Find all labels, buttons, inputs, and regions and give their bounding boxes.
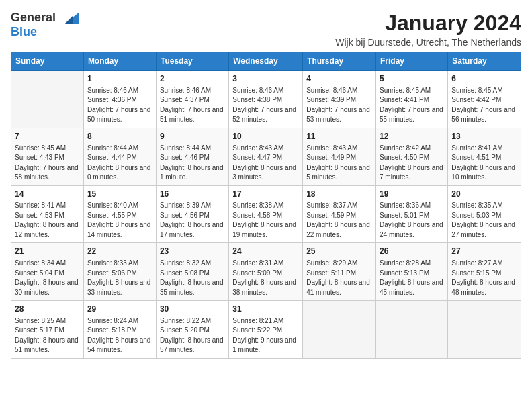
day-cell: 19Sunrise: 8:36 AMSunset: 5:01 PMDayligh… (376, 185, 448, 243)
day-info: Sunrise: 8:41 AMSunset: 4:53 PMDaylight:… (15, 201, 80, 240)
logo-general: General (11, 11, 56, 25)
day-info: Sunrise: 8:45 AMSunset: 4:42 PMDaylight:… (451, 86, 517, 125)
day-cell: 6Sunrise: 8:45 AMSunset: 4:42 PMDaylight… (448, 71, 521, 128)
day-cell: 4Sunrise: 8:46 AMSunset: 4:39 PMDaylight… (303, 71, 376, 128)
day-cell: 1Sunrise: 8:46 AMSunset: 4:36 PMDaylight… (83, 71, 156, 128)
day-number: 1 (87, 73, 152, 85)
day-info: Sunrise: 8:34 AMSunset: 5:04 PMDaylight:… (15, 259, 80, 298)
day-cell: 5Sunrise: 8:45 AMSunset: 4:41 PMDaylight… (376, 71, 448, 128)
day-cell: 8Sunrise: 8:44 AMSunset: 4:44 PMDaylight… (83, 128, 156, 185)
day-info: Sunrise: 8:38 AMSunset: 4:58 PMDaylight:… (232, 201, 299, 240)
day-info: Sunrise: 8:36 AMSunset: 5:01 PMDaylight:… (380, 201, 444, 240)
day-number: 22 (87, 246, 152, 257)
week-row-2: 7Sunrise: 8:45 AMSunset: 4:43 PMDaylight… (11, 128, 521, 185)
day-number: 6 (451, 73, 517, 85)
day-number: 3 (232, 73, 299, 85)
day-cell (303, 301, 376, 359)
day-number: 9 (160, 131, 225, 142)
day-cell: 14Sunrise: 8:41 AMSunset: 4:53 PMDayligh… (11, 185, 84, 243)
day-info: Sunrise: 8:46 AMSunset: 4:39 PMDaylight:… (306, 86, 372, 125)
day-info: Sunrise: 8:27 AMSunset: 5:15 PMDaylight:… (451, 259, 517, 298)
title-area: January 2024 Wijk bij Duurstede, Utrecht… (335, 11, 521, 48)
calendar-title: January 2024 (335, 11, 521, 36)
day-number: 4 (306, 73, 372, 85)
day-number: 23 (160, 246, 225, 257)
day-cell: 22Sunrise: 8:33 AMSunset: 5:06 PMDayligh… (83, 243, 156, 301)
day-cell: 20Sunrise: 8:35 AMSunset: 5:03 PMDayligh… (448, 185, 521, 243)
day-cell: 29Sunrise: 8:24 AMSunset: 5:18 PMDayligh… (83, 301, 156, 359)
header-friday: Friday (376, 52, 448, 71)
day-number: 12 (380, 131, 444, 142)
day-info: Sunrise: 8:46 AMSunset: 4:36 PMDaylight:… (87, 86, 152, 125)
header-saturday: Saturday (448, 52, 521, 71)
day-number: 13 (451, 131, 517, 142)
day-info: Sunrise: 8:44 AMSunset: 4:44 PMDaylight:… (87, 144, 152, 183)
day-cell: 15Sunrise: 8:40 AMSunset: 4:55 PMDayligh… (83, 185, 156, 243)
day-number: 21 (15, 246, 80, 257)
day-cell: 27Sunrise: 8:27 AMSunset: 5:15 PMDayligh… (448, 243, 521, 301)
day-info: Sunrise: 8:35 AMSunset: 5:03 PMDaylight:… (451, 201, 517, 240)
day-cell: 12Sunrise: 8:42 AMSunset: 4:50 PMDayligh… (376, 128, 448, 185)
day-cell: 24Sunrise: 8:31 AMSunset: 5:09 PMDayligh… (229, 243, 303, 301)
day-number: 26 (380, 246, 444, 257)
day-cell: 13Sunrise: 8:41 AMSunset: 4:51 PMDayligh… (448, 128, 521, 185)
day-header-row: SundayMondayTuesdayWednesdayThursdayFrid… (11, 52, 521, 71)
day-info: Sunrise: 8:44 AMSunset: 4:46 PMDaylight:… (160, 144, 225, 183)
svg-marker-1 (65, 15, 73, 24)
week-row-4: 21Sunrise: 8:34 AMSunset: 5:04 PMDayligh… (11, 243, 521, 301)
day-cell: 3Sunrise: 8:46 AMSunset: 4:38 PMDaylight… (229, 71, 303, 128)
day-info: Sunrise: 8:21 AMSunset: 5:22 PMDaylight:… (232, 316, 299, 355)
day-cell: 21Sunrise: 8:34 AMSunset: 5:04 PMDayligh… (11, 243, 84, 301)
day-number: 14 (15, 189, 80, 200)
day-number: 19 (380, 189, 444, 200)
day-number: 7 (15, 131, 80, 142)
day-cell: 7Sunrise: 8:45 AMSunset: 4:43 PMDaylight… (11, 128, 84, 185)
day-number: 10 (232, 131, 299, 142)
header-sunday: Sunday (11, 52, 84, 71)
header-monday: Monday (83, 52, 156, 71)
day-info: Sunrise: 8:33 AMSunset: 5:06 PMDaylight:… (87, 259, 152, 298)
week-row-1: 1Sunrise: 8:46 AMSunset: 4:36 PMDaylight… (11, 71, 521, 128)
day-cell: 18Sunrise: 8:37 AMSunset: 4:59 PMDayligh… (303, 185, 376, 243)
header-thursday: Thursday (303, 52, 376, 71)
day-number: 30 (160, 304, 225, 315)
day-cell: 9Sunrise: 8:44 AMSunset: 4:46 PMDaylight… (156, 128, 228, 185)
day-cell: 16Sunrise: 8:39 AMSunset: 4:56 PMDayligh… (156, 185, 228, 243)
day-info: Sunrise: 8:41 AMSunset: 4:51 PMDaylight:… (451, 144, 517, 183)
day-number: 2 (160, 73, 225, 85)
day-cell: 31Sunrise: 8:21 AMSunset: 5:22 PMDayligh… (229, 301, 303, 359)
day-cell: 28Sunrise: 8:25 AMSunset: 5:17 PMDayligh… (11, 301, 84, 359)
day-info: Sunrise: 8:46 AMSunset: 4:37 PMDaylight:… (160, 86, 225, 125)
calendar-subtitle: Wijk bij Duurstede, Utrecht, The Netherl… (335, 37, 521, 48)
day-info: Sunrise: 8:25 AMSunset: 5:17 PMDaylight:… (15, 316, 80, 355)
day-info: Sunrise: 8:31 AMSunset: 5:09 PMDaylight:… (232, 259, 299, 298)
header-tuesday: Tuesday (156, 52, 228, 71)
day-number: 16 (160, 189, 225, 200)
day-info: Sunrise: 8:43 AMSunset: 4:49 PMDaylight:… (306, 144, 372, 183)
day-number: 25 (306, 246, 372, 257)
day-cell: 11Sunrise: 8:43 AMSunset: 4:49 PMDayligh… (303, 128, 376, 185)
day-number: 27 (451, 246, 517, 257)
day-number: 31 (232, 304, 299, 315)
day-cell: 2Sunrise: 8:46 AMSunset: 4:37 PMDaylight… (156, 71, 228, 128)
day-number: 11 (306, 131, 372, 142)
day-info: Sunrise: 8:29 AMSunset: 5:11 PMDaylight:… (306, 259, 372, 298)
day-info: Sunrise: 8:42 AMSunset: 4:50 PMDaylight:… (380, 144, 444, 183)
day-cell: 17Sunrise: 8:38 AMSunset: 4:58 PMDayligh… (229, 185, 303, 243)
day-info: Sunrise: 8:45 AMSunset: 4:43 PMDaylight:… (15, 144, 80, 183)
week-row-5: 28Sunrise: 8:25 AMSunset: 5:17 PMDayligh… (11, 301, 521, 359)
day-cell: 23Sunrise: 8:32 AMSunset: 5:08 PMDayligh… (156, 243, 228, 301)
day-cell (376, 301, 448, 359)
day-cell: 26Sunrise: 8:28 AMSunset: 5:13 PMDayligh… (376, 243, 448, 301)
day-cell: 30Sunrise: 8:22 AMSunset: 5:20 PMDayligh… (156, 301, 228, 359)
logo-blue: Blue (11, 25, 37, 39)
day-number: 15 (87, 189, 152, 200)
calendar-table: SundayMondayTuesdayWednesdayThursdayFrid… (11, 52, 521, 359)
day-number: 29 (87, 304, 152, 315)
day-info: Sunrise: 8:39 AMSunset: 4:56 PMDaylight:… (160, 201, 225, 240)
logo-icon (58, 11, 79, 25)
day-number: 28 (15, 304, 80, 315)
day-number: 17 (232, 189, 299, 200)
day-number: 24 (232, 246, 299, 257)
day-info: Sunrise: 8:40 AMSunset: 4:55 PMDaylight:… (87, 201, 152, 240)
